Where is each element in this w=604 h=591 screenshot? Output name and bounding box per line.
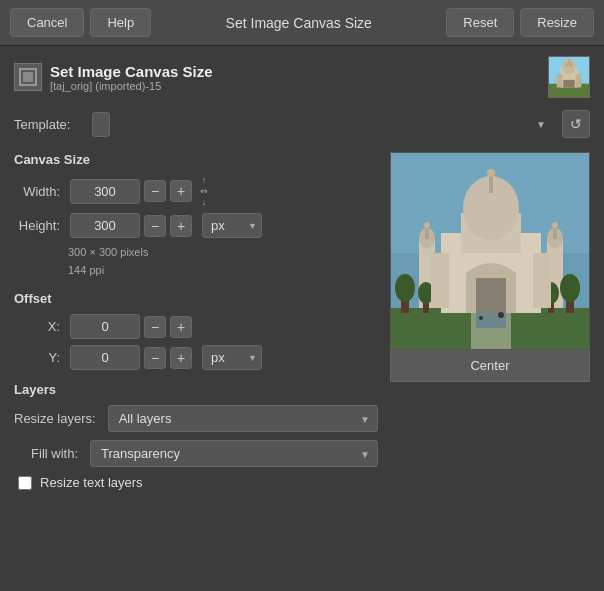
- right-panel: Center: [390, 152, 590, 502]
- resize-layers-row: Resize layers: All layers Image layers A…: [14, 405, 378, 432]
- reset-button[interactable]: Reset: [446, 8, 514, 37]
- template-select[interactable]: [92, 112, 110, 137]
- header-text: Set Image Canvas Size [taj_orig] (import…: [50, 63, 548, 92]
- svg-rect-8: [576, 74, 582, 87]
- offset-title: Offset: [14, 291, 378, 306]
- layers-title: Layers: [14, 382, 378, 397]
- thumbnail-preview: [548, 56, 590, 98]
- template-select-wrap: [92, 112, 554, 137]
- canvas-size-section: Canvas Size Width: − + ↑ ⇔ ↓ Height:: [14, 152, 378, 279]
- offset-section: Offset X: − + Y: − + px: [14, 291, 378, 370]
- width-increment-button[interactable]: +: [170, 180, 192, 202]
- dialog-icon: [14, 63, 42, 91]
- svg-point-35: [560, 274, 580, 302]
- x-increment-button[interactable]: +: [170, 316, 192, 338]
- svg-point-41: [479, 316, 483, 320]
- pixel-info: 300 × 300 pixels 144 ppi: [68, 244, 378, 279]
- width-row: Width: − + ↑ ⇔ ↓: [14, 175, 378, 207]
- cancel-button[interactable]: Cancel: [10, 8, 84, 37]
- x-label: X:: [14, 319, 66, 334]
- dialog-body: Set Image Canvas Size [taj_orig] (import…: [0, 46, 604, 512]
- resize-layers-label: Resize layers:: [14, 411, 102, 426]
- y-unit-select-wrap: px in cm: [202, 345, 262, 370]
- fill-with-select[interactable]: Transparency Background Color Foreground…: [90, 440, 378, 467]
- help-button[interactable]: Help: [90, 8, 151, 37]
- y-label: Y:: [14, 350, 66, 365]
- header-title: Set Image Canvas Size: [50, 63, 548, 80]
- fill-with-label: Fill with:: [14, 446, 84, 461]
- x-row: X: − +: [14, 314, 378, 339]
- svg-rect-38: [431, 253, 449, 308]
- unit-select[interactable]: px in cm mm: [202, 213, 262, 238]
- height-increment-button[interactable]: +: [170, 215, 192, 237]
- svg-rect-7: [557, 74, 563, 87]
- unit-select-wrap: px in cm mm: [202, 213, 262, 238]
- svg-rect-9: [563, 80, 574, 88]
- resize-layers-select[interactable]: All layers Image layers All visible laye…: [108, 405, 378, 432]
- x-decrement-button[interactable]: −: [144, 316, 166, 338]
- toolbar: Cancel Help Set Image Canvas Size Reset …: [0, 0, 604, 46]
- header-row: Set Image Canvas Size [taj_orig] (import…: [14, 56, 590, 98]
- canvas-size-title: Canvas Size: [14, 152, 378, 167]
- left-panel: Canvas Size Width: − + ↑ ⇔ ↓ Height:: [14, 152, 378, 502]
- image-preview: [390, 152, 590, 350]
- resize-button[interactable]: Resize: [520, 8, 594, 37]
- header-subtitle: [taj_orig] (imported)-15: [50, 80, 548, 92]
- y-increment-button[interactable]: +: [170, 347, 192, 369]
- height-input[interactable]: [70, 213, 140, 238]
- resize-text-row: Resize text layers: [18, 475, 378, 490]
- fill-with-row: Fill with: Transparency Background Color…: [14, 440, 378, 467]
- link-icon: ↑ ⇔ ↓: [200, 175, 208, 207]
- resize-layers-select-wrap: All layers Image layers All visible laye…: [108, 405, 378, 432]
- height-decrement-button[interactable]: −: [144, 215, 166, 237]
- fill-with-select-wrap: Transparency Background Color Foreground…: [90, 440, 378, 467]
- svg-point-20: [487, 169, 495, 177]
- pixels-text: 300 × 300 pixels: [68, 244, 378, 262]
- ppi-text: 144 ppi: [68, 262, 378, 280]
- svg-rect-1: [23, 72, 33, 82]
- center-button[interactable]: Center: [390, 350, 590, 382]
- template-reset-button[interactable]: ↺: [562, 110, 590, 138]
- svg-rect-21: [476, 278, 506, 313]
- toolbar-title: Set Image Canvas Size: [157, 15, 440, 31]
- layers-section: Layers Resize layers: All layers Image l…: [14, 382, 378, 490]
- svg-rect-39: [533, 253, 551, 308]
- y-row: Y: − + px in cm: [14, 345, 378, 370]
- height-label: Height:: [14, 218, 66, 233]
- width-label: Width:: [14, 184, 66, 199]
- svg-rect-6: [565, 63, 573, 67]
- width-decrement-button[interactable]: −: [144, 180, 166, 202]
- y-unit-select[interactable]: px in cm: [202, 345, 262, 370]
- y-decrement-button[interactable]: −: [144, 347, 166, 369]
- main-area: Canvas Size Width: − + ↑ ⇔ ↓ Height:: [14, 152, 590, 502]
- resize-text-checkbox[interactable]: [18, 476, 32, 490]
- resize-text-label[interactable]: Resize text layers: [40, 475, 143, 490]
- width-input[interactable]: [70, 179, 140, 204]
- template-row: Template: ↺: [14, 110, 590, 138]
- height-row: Height: − + px in cm mm: [14, 213, 378, 238]
- y-input[interactable]: [70, 345, 140, 370]
- svg-point-40: [498, 312, 504, 318]
- x-input[interactable]: [70, 314, 140, 339]
- svg-point-25: [424, 222, 430, 228]
- taj-mahal-svg: [391, 153, 590, 350]
- svg-point-29: [552, 222, 558, 228]
- svg-point-31: [395, 274, 415, 302]
- template-label: Template:: [14, 117, 84, 132]
